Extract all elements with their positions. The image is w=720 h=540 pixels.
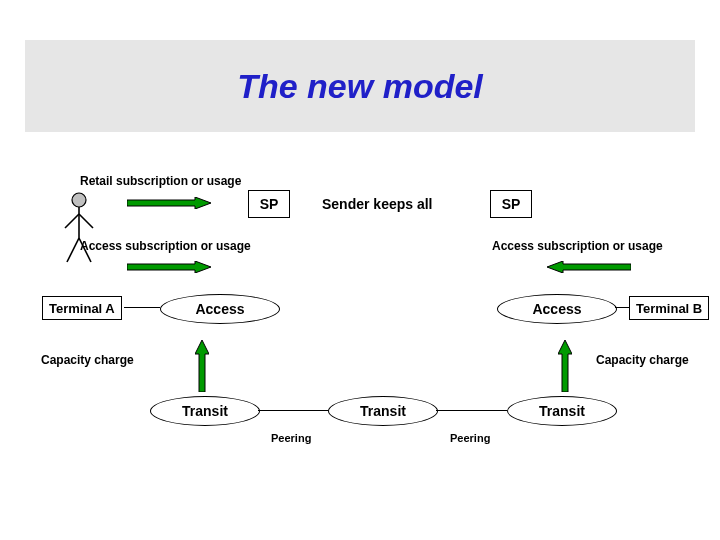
page-title: The new model bbox=[237, 67, 483, 106]
sp-box-1: SP bbox=[248, 190, 290, 218]
peering-1-label: Peering bbox=[271, 432, 311, 444]
title-container: The new model bbox=[25, 40, 695, 132]
user-icon bbox=[63, 192, 95, 266]
svg-marker-9 bbox=[195, 340, 209, 392]
terminal-b-box: Terminal B bbox=[629, 296, 709, 320]
access-sub-left-label: Access subscription or usage bbox=[80, 239, 251, 253]
sender-keeps-text: Sender keeps all bbox=[322, 196, 433, 212]
sp2-label: SP bbox=[502, 196, 521, 212]
svg-marker-6 bbox=[127, 197, 211, 209]
access-left-arrow-icon bbox=[127, 261, 211, 273]
svg-marker-7 bbox=[127, 261, 211, 273]
retail-arrow-icon bbox=[127, 197, 211, 209]
svg-marker-10 bbox=[558, 340, 572, 392]
terminal-a-label: Terminal A bbox=[49, 301, 115, 316]
access-right-arrow-icon bbox=[547, 261, 631, 273]
connector-a2-tb bbox=[615, 307, 629, 308]
capacity-right-label: Capacity charge bbox=[596, 353, 689, 367]
connector-t1-t2 bbox=[258, 410, 328, 411]
transit-oval-3: Transit bbox=[507, 396, 617, 426]
access-oval-1: Access bbox=[160, 294, 280, 324]
access1-label: Access bbox=[195, 301, 244, 317]
svg-marker-8 bbox=[547, 261, 631, 273]
sp-box-2: SP bbox=[490, 190, 532, 218]
transit2-label: Transit bbox=[360, 403, 406, 419]
svg-line-2 bbox=[65, 214, 79, 228]
svg-point-0 bbox=[72, 193, 86, 207]
svg-line-3 bbox=[79, 214, 93, 228]
capacity-left-arrow-icon bbox=[195, 340, 209, 392]
access-sub-right-label: Access subscription or usage bbox=[492, 239, 663, 253]
svg-line-4 bbox=[67, 238, 79, 262]
transit1-label: Transit bbox=[182, 403, 228, 419]
retail-label: Retail subscription or usage bbox=[80, 174, 241, 188]
transit3-label: Transit bbox=[539, 403, 585, 419]
transit-oval-2: Transit bbox=[328, 396, 438, 426]
peering-2-label: Peering bbox=[450, 432, 490, 444]
connector-ta-a1 bbox=[124, 307, 160, 308]
sp1-label: SP bbox=[260, 196, 279, 212]
terminal-b-label: Terminal B bbox=[636, 301, 702, 316]
transit-oval-1: Transit bbox=[150, 396, 260, 426]
terminal-a-box: Terminal A bbox=[42, 296, 122, 320]
capacity-left-label: Capacity charge bbox=[41, 353, 134, 367]
connector-t2-t3 bbox=[436, 410, 507, 411]
capacity-right-arrow-icon bbox=[558, 340, 572, 392]
access-oval-2: Access bbox=[497, 294, 617, 324]
access2-label: Access bbox=[532, 301, 581, 317]
